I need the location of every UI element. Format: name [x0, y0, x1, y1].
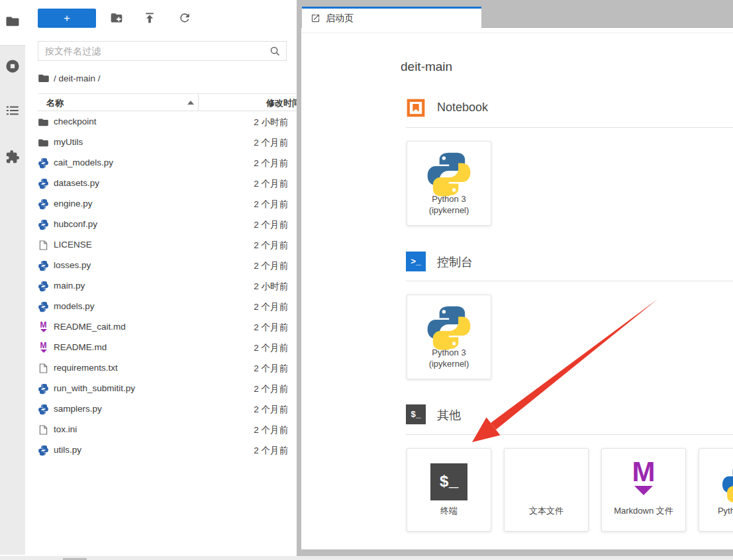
breadcrumb[interactable]: / deit-main / — [38, 71, 101, 85]
new-launcher-button[interactable]: + — [38, 9, 96, 28]
refresh-icon[interactable] — [178, 11, 191, 24]
activity-bar-background — [0, 45, 25, 555]
file-row[interactable]: samplers.py 2 个月前 — [25, 399, 297, 420]
file-row[interactable]: run_with_submitit.py 2 个月前 — [25, 379, 297, 399]
file-name: utils.py — [54, 445, 81, 455]
file-row[interactable]: losses.py 2 个月前 — [25, 256, 297, 276]
file-browser-toolbar: + — [25, 0, 297, 37]
file-row[interactable]: cait_models.py 2 个月前 — [25, 153, 297, 173]
file-row[interactable]: datasets.py 2 个月前 — [25, 173, 297, 194]
other-section-rule — [406, 434, 733, 435]
python-file-icon — [38, 281, 49, 292]
console-section-label: 控制台 — [437, 254, 473, 270]
file-name: checkpoint — [54, 117, 97, 126]
file-modified-time: 2 个月前 — [254, 158, 288, 169]
file-name: losses.py — [54, 260, 91, 270]
main-dock-panel: 启动页 deit-main Notebook — [301, 0, 733, 560]
file-name: cait_models.py — [54, 158, 113, 167]
running-sessions-icon[interactable] — [5, 59, 20, 73]
dock-bottom-border — [301, 549, 733, 556]
sort-ascending-icon[interactable] — [187, 101, 194, 105]
panel-splitter[interactable] — [297, 0, 301, 560]
file-modified-time: 2 个月前 — [254, 199, 288, 210]
notebook-section-rule — [406, 127, 733, 128]
launcher-card-text-file[interactable]: 文本文件 — [504, 448, 589, 532]
file-modified-time: 2 个月前 — [254, 260, 288, 272]
python-file-icon — [38, 199, 49, 210]
file-row[interactable]: tox.ini 2 个月前 — [25, 420, 297, 440]
kernel-card-label: Python 3 (ipykernel) — [407, 193, 491, 216]
table-of-contents-icon[interactable] — [5, 103, 20, 118]
file-row[interactable]: main.py 2 小时前 — [25, 276, 297, 297]
other-section-label: 其他 — [437, 407, 461, 423]
file-row[interactable]: M README.md 2 个月前 — [25, 338, 297, 358]
tab-launcher[interactable]: 启动页 — [302, 7, 481, 28]
file-row[interactable]: M README_cait.md 2 个月前 — [25, 317, 297, 338]
column-header-name[interactable]: 名称 — [46, 97, 64, 109]
filename-filter-input[interactable] — [45, 42, 264, 60]
launcher-tab-icon — [311, 13, 320, 23]
file-list-header: 名称 修改时间 — [38, 93, 302, 111]
file-name: main.py — [54, 281, 85, 291]
file-row[interactable]: checkpoint 2 小时前 — [25, 112, 297, 132]
markdown-card-label: Markdown 文件 — [602, 505, 685, 516]
kernel-card-label: Python 3 (ipykernel) — [407, 347, 491, 369]
file-modified-time: 2 个月前 — [254, 342, 288, 354]
file-row[interactable]: myUtils 2 个月前 — [25, 132, 297, 153]
file-row[interactable]: engine.py 2 个月前 — [25, 194, 297, 214]
home-folder-icon[interactable] — [38, 72, 50, 84]
terminal-card-label: 终端 — [407, 505, 491, 516]
file-icon — [38, 240, 49, 251]
markdown-icon: M — [624, 459, 663, 495]
file-icon — [38, 363, 49, 374]
terminal-icon: $_ — [430, 463, 467, 500]
launcher-page: deit-main Notebook Python 3 (ipykernel) — [301, 28, 733, 549]
python-file-icon — [38, 383, 49, 395]
file-row[interactable]: utils.py 2 个月前 — [25, 440, 297, 461]
python-file-card-label: Python 文件 — [699, 505, 733, 516]
launcher-card-terminal[interactable]: $_ 终端 — [407, 448, 491, 532]
file-browser-icon[interactable] — [5, 14, 20, 28]
python-file-icon — [38, 178, 49, 189]
file-row[interactable]: requirements.txt 2 个月前 — [25, 358, 297, 379]
markdown-file-icon: M — [38, 342, 49, 353]
launcher-card-notebook-python3[interactable]: Python 3 (ipykernel) — [407, 141, 491, 226]
file-row[interactable]: hubconf.py 2 个月前 — [25, 214, 297, 235]
file-name: requirements.txt — [54, 363, 118, 373]
file-modified-time: 2 小时前 — [254, 281, 288, 293]
new-folder-icon[interactable] — [110, 11, 123, 24]
other-section-icon: $_ — [406, 404, 426, 424]
file-modified-time: 2 个月前 — [254, 445, 288, 457]
notebook-section-icon — [406, 98, 426, 118]
file-row[interactable]: LICENSE 2 个月前 — [25, 235, 297, 256]
file-name: README_cait.md — [54, 322, 126, 332]
file-name: engine.py — [54, 199, 93, 209]
file-modified-time: 2 小时前 — [254, 117, 288, 128]
python-file-icon — [720, 462, 733, 504]
breadcrumb-path: / deit-main / — [54, 73, 101, 83]
filename-filter — [38, 41, 287, 61]
extensions-icon[interactable] — [5, 150, 20, 164]
launcher-card-python-file[interactable]: Python 文件 — [699, 448, 733, 532]
search-icon — [269, 46, 281, 57]
dock-tab-bar: 启动页 — [301, 0, 733, 28]
file-modified-time: 2 个月前 — [254, 383, 288, 395]
column-header-modified[interactable]: 修改时间 — [266, 97, 301, 109]
file-list: checkpoint 2 小时前 myUtils 2 个月前 cait_mode… — [25, 112, 297, 461]
file-row[interactable]: models.py 2 个月前 — [25, 297, 297, 317]
file-name: samplers.py — [54, 404, 102, 414]
file-name: hubconf.py — [54, 219, 97, 229]
file-name: myUtils — [54, 137, 83, 147]
python-file-icon — [38, 301, 49, 312]
tab-label: 启动页 — [326, 13, 354, 24]
launcher-card-markdown-file[interactable]: M Markdown 文件 — [601, 448, 686, 532]
upload-icon[interactable] — [143, 11, 156, 24]
file-name: tox.ini — [54, 424, 77, 434]
console-section-rule — [406, 281, 733, 281]
notebook-section-label: Notebook — [437, 101, 488, 115]
launcher-top-divider — [301, 32, 733, 33]
column-divider — [198, 94, 199, 111]
python-file-icon — [38, 158, 49, 169]
launcher-card-console-python3[interactable]: Python 3 (ipykernel) — [407, 295, 491, 379]
markdown-file-icon: M — [38, 322, 49, 333]
